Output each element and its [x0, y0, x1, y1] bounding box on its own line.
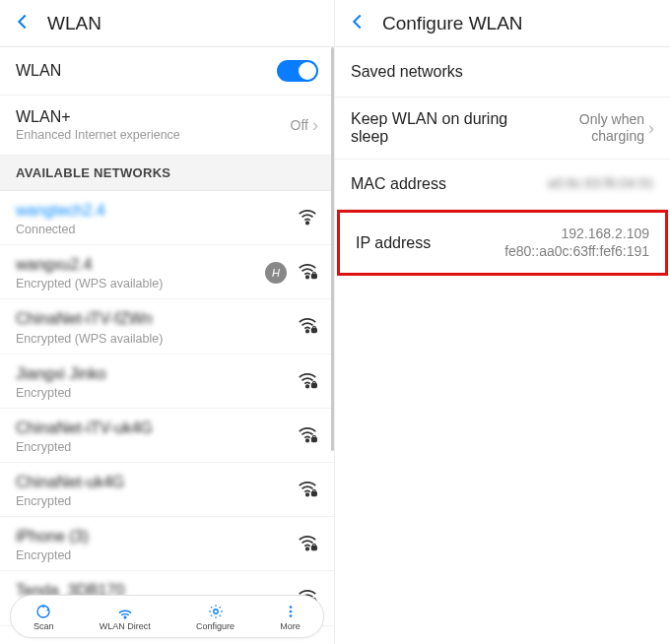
network-row[interactable]: ChinaNet-iTV-fZWn Encrypted (WPS availab… [0, 299, 334, 354]
wlan-panel: WLAN WLAN WLAN+ Enhanced Internet experi… [0, 0, 335, 644]
ip-address-label: IP address [356, 234, 504, 252]
svg-rect-12 [312, 547, 317, 550]
wlan-plus-value: Off [291, 117, 308, 133]
network-row[interactable]: wangtech2.4 Connected [0, 191, 334, 245]
network-status: Encrypted (WPS available) [16, 332, 297, 346]
ipv6-value: fe80::aa0c:63ff:fef6:191 [504, 243, 649, 261]
configure-button[interactable]: Configure [196, 603, 234, 631]
wlan-plus-row[interactable]: WLAN+ Enhanced Internet experience Off › [0, 96, 334, 156]
wifi-signal-icon [297, 478, 318, 503]
svg-point-20 [289, 614, 292, 617]
wifi-signal-icon [297, 314, 318, 340]
svg-point-3 [306, 331, 309, 334]
network-name: ChinaNet-uk4G [16, 473, 297, 491]
network-row[interactable]: Jiangxi Jinko Encrypted [0, 354, 334, 409]
wifi-signal-icon [297, 206, 318, 231]
chevron-right-icon: › [312, 115, 318, 136]
network-name: wangtech2.4 [16, 201, 297, 220]
wlan-direct-button[interactable]: WLAN Direct [100, 603, 151, 631]
wifi-signal-icon [297, 532, 318, 557]
more-button[interactable]: More [280, 603, 301, 631]
bottom-action-bar: Scan WLAN Direct Configure More [10, 595, 324, 638]
keep-wlan-label: Keep WLAN on during sleep [351, 110, 538, 146]
svg-point-7 [306, 439, 309, 442]
svg-rect-10 [312, 492, 317, 496]
svg-point-18 [289, 606, 292, 609]
scrollbar[interactable] [331, 47, 334, 451]
network-status: Encrypted [16, 548, 297, 562]
network-status: Connected [16, 223, 297, 236]
svg-point-9 [306, 493, 309, 496]
scan-button[interactable]: Scan [34, 603, 54, 631]
network-name: wangxu2.4 [16, 255, 265, 274]
svg-point-1 [306, 276, 309, 279]
svg-point-0 [306, 222, 309, 225]
keep-wlan-row[interactable]: Keep WLAN on during sleep Only when char… [335, 97, 670, 160]
mac-address-row: MAC address a0:8c:63:f6:04:91 [335, 160, 670, 210]
svg-point-16 [124, 616, 126, 618]
available-networks-header: AVAILABLE NETWORKS [0, 156, 334, 191]
saved-networks-row[interactable]: Saved networks [335, 47, 670, 97]
back-icon[interactable] [347, 11, 368, 36]
svg-point-5 [306, 385, 309, 388]
network-name: iPhone (3) [16, 527, 297, 546]
svg-point-19 [289, 610, 292, 612]
network-row[interactable]: wangxu2.4 Encrypted (WPS available) H [0, 245, 334, 299]
network-status: Encrypted (WPS available) [16, 277, 265, 290]
more-label: More [280, 621, 301, 631]
chevron-right-icon: › [648, 118, 654, 139]
svg-rect-8 [312, 438, 317, 442]
wlan-header: WLAN [0, 0, 334, 47]
network-name: ChinaNet-iTV-uk4G [16, 419, 297, 437]
saved-networks-label: Saved networks [351, 63, 654, 81]
configure-title: Configure WLAN [382, 13, 523, 34]
network-row[interactable]: ChinaNet-iTV-uk4G Encrypted [0, 409, 334, 463]
network-name: ChinaNet-iTV-fZWn [16, 309, 297, 328]
wlan-title: WLAN [47, 13, 101, 34]
svg-point-17 [213, 609, 218, 613]
wifi-signal-icon [297, 260, 318, 286]
svg-rect-2 [312, 275, 317, 279]
wifi-signal-icon [297, 369, 318, 395]
svg-rect-6 [312, 383, 317, 387]
svg-point-11 [306, 547, 309, 550]
wlan-direct-label: WLAN Direct [100, 621, 151, 631]
hilink-badge-icon: H [265, 262, 287, 284]
network-status: Encrypted [16, 494, 297, 508]
configure-header: Configure WLAN [335, 0, 670, 47]
wlan-plus-sub: Enhanced Internet experience [16, 128, 291, 142]
svg-rect-4 [312, 329, 317, 333]
wlan-plus-label: WLAN+ [16, 108, 291, 126]
mac-address-label: MAC address [351, 175, 548, 193]
network-status: Encrypted [16, 440, 297, 454]
network-name: Jiangxi Jinko [16, 364, 297, 383]
wlan-toggle-row[interactable]: WLAN [0, 47, 334, 96]
wlan-toggle-label: WLAN [16, 62, 277, 80]
network-row[interactable]: ChinaNet-uk4G Encrypted [0, 463, 334, 517]
ip-address-highlight: IP address 192.168.2.109 fe80::aa0c:63ff… [337, 210, 668, 276]
wlan-scroll-area[interactable]: WLAN WLAN+ Enhanced Internet experience … [0, 47, 334, 644]
wlan-toggle-switch[interactable] [277, 60, 318, 82]
ip-address-value: 192.168.2.109 fe80::aa0c:63ff:fef6:191 [504, 225, 649, 260]
ipv4-value: 192.168.2.109 [504, 225, 649, 243]
configure-wlan-panel: Configure WLAN Saved networks Keep WLAN … [335, 0, 670, 644]
keep-wlan-value: Only when charging [556, 111, 644, 146]
mac-address-value: a0:8c:63:f6:04:91 [548, 175, 654, 193]
ip-address-row: IP address 192.168.2.109 fe80::aa0c:63ff… [340, 213, 665, 273]
scan-label: Scan [34, 621, 54, 631]
network-status: Encrypted [16, 386, 297, 400]
back-icon[interactable] [12, 11, 34, 36]
wifi-signal-icon [297, 423, 318, 449]
configure-label: Configure [196, 621, 234, 631]
network-row[interactable]: iPhone (3) Encrypted [0, 517, 334, 571]
